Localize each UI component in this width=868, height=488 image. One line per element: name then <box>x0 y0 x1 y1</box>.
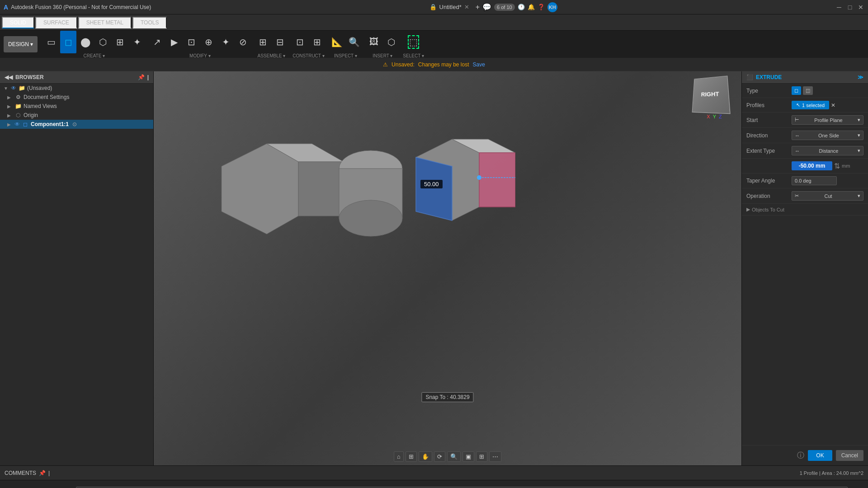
bell-icon[interactable]: 🔔 <box>528 4 535 10</box>
select-tool[interactable]: ⬚ <box>406 31 422 53</box>
maximize-button[interactable]: □ <box>846 4 854 11</box>
browser-header: ◀◀ BROWSER 📌 | <box>0 71 153 84</box>
browser-pin-icon[interactable]: 📌 <box>138 74 145 80</box>
viewcube-x-axis[interactable]: X <box>707 114 710 119</box>
more-insert-tool[interactable]: ⬡ <box>383 31 399 53</box>
tab-tools[interactable]: TOOLS <box>132 17 167 28</box>
timeline-first-button[interactable]: ⏮ <box>5 486 15 488</box>
profile-selected-badge[interactable]: ↖ 1 selected <box>792 101 829 109</box>
orbit-button[interactable]: ⟳ <box>434 451 445 462</box>
operation-row: Operation ✂ Cut ▾ <box>742 188 868 204</box>
viewcube-box[interactable]: RIGHT <box>692 75 731 114</box>
more-modify-tool[interactable]: ⊘ <box>235 31 251 53</box>
start-dropdown[interactable]: ⊢ Profile Plane ▾ <box>792 115 863 125</box>
more-create-tool[interactable]: ✦ <box>129 31 145 53</box>
loft-tool[interactable]: ⊞ <box>112 31 128 53</box>
chat-icon[interactable]: 💬 <box>482 3 491 11</box>
tab-surface[interactable]: SURFACE <box>35 17 77 28</box>
timeline-prev-button[interactable]: ◀ <box>18 486 27 488</box>
extent-dropdown[interactable]: ↔ Distance ▾ <box>792 146 863 155</box>
panel-expand-icon[interactable]: ≫ <box>858 74 863 80</box>
browser-origin[interactable]: ▶ ⬡ Origin <box>0 111 153 120</box>
combine-tool[interactable]: ✦ <box>217 31 234 53</box>
display-mode-button[interactable]: ▣ <box>462 451 474 462</box>
tab-sheet-metal[interactable]: SHEET METAL <box>78 17 132 28</box>
viewport[interactable]: 50.00 Snap To : 40.3829 RIGHT X Y Z ⌂ ⊞ … <box>154 71 741 465</box>
pan-button[interactable]: ✋ <box>419 451 432 462</box>
clock-icon[interactable]: 🕐 <box>518 4 525 10</box>
extent-type-value: ↔ Distance ▾ <box>792 146 863 155</box>
add-tab-icon[interactable]: + <box>476 3 480 11</box>
home-view-button[interactable]: ⌂ <box>394 451 404 462</box>
fillet-tool[interactable]: ▶ <box>166 31 182 53</box>
timeline-settings-button[interactable]: ⚙ <box>854 487 863 488</box>
measure-tool[interactable]: 📐 <box>329 31 345 53</box>
ok-button[interactable]: OK <box>808 450 832 461</box>
browser-root[interactable]: ▼ 👁 📁 (Unsaved) <box>0 84 153 93</box>
minimize-button[interactable]: ─ <box>835 4 843 11</box>
timeline-last-button[interactable]: ⏭ <box>59 486 70 488</box>
view-cube[interactable]: RIGHT X Y Z <box>692 76 737 121</box>
objects-to-cut-arrow: ▶ <box>746 206 750 212</box>
comments-pin-icon[interactable]: 📌 <box>39 470 46 476</box>
more-assemble-tool[interactable]: ⊟ <box>272 31 288 53</box>
svg-point-11 <box>477 175 481 180</box>
design-dropdown[interactable]: DESIGN ▾ <box>4 36 38 52</box>
component-label: Component1:1 <box>31 121 69 127</box>
tab-solid[interactable]: SOLID <box>2 17 34 28</box>
shell-tool[interactable]: ⊕ <box>200 31 217 53</box>
close-tab-icon[interactable]: ✕ <box>464 4 469 10</box>
timeline-play-button[interactable]: ▶ <box>30 486 39 488</box>
viewcube-y-axis[interactable]: Y <box>713 114 716 119</box>
browser-named-views[interactable]: ▶ 📁 Named Views <box>0 102 153 111</box>
profiles-label: Profiles <box>746 102 792 108</box>
named-views-label: Named Views <box>24 103 57 109</box>
grid-button[interactable]: ⊞ <box>476 451 487 462</box>
chamfer-tool[interactable]: ⊡ <box>183 31 199 53</box>
more-view-button[interactable]: ⋯ <box>489 451 501 462</box>
browser-doc-settings[interactable]: ▶ ⚙ Document Settings <box>0 93 153 102</box>
component-eye: 👁 <box>14 121 20 127</box>
start-row: Start ⊢ Profile Plane ▾ <box>742 113 868 128</box>
objects-to-cut-section[interactable]: ▶ Objects To Cut <box>742 204 868 216</box>
close-button[interactable]: ✕ <box>857 4 864 11</box>
timeline-next-button[interactable]: ▶▶ <box>42 486 56 488</box>
warning-subtext: Changes may be lost <box>418 61 469 68</box>
browser-component1[interactable]: ▶ 👁 ◻ Component1:1 ⊙ <box>0 120 153 129</box>
timeline-track[interactable] <box>76 487 848 488</box>
taper-value <box>792 176 863 185</box>
distance-stepper-icon[interactable]: ⇅ <box>834 162 840 170</box>
revolve-tool[interactable]: ⬤ <box>77 31 94 53</box>
type-btn-2[interactable]: ◫ <box>803 86 813 95</box>
insert-image-tool[interactable]: 🖼 <box>366 31 382 53</box>
viewcube-z-axis[interactable]: Z <box>719 114 722 119</box>
taper-input[interactable] <box>792 176 837 185</box>
distance-input[interactable] <box>792 161 832 170</box>
origin-arrow: ▶ <box>7 113 13 118</box>
new-component-tool[interactable]: ▭ <box>43 31 59 53</box>
profile-clear-button[interactable]: ✕ <box>831 102 835 108</box>
help-icon[interactable]: ❓ <box>538 4 545 10</box>
extent-type-label: Extent Type <box>746 148 792 154</box>
save-button[interactable]: Save <box>473 61 485 68</box>
direction-dropdown[interactable]: ↔ One Side ▾ <box>792 131 863 140</box>
offset-plane-tool[interactable]: ⊡ <box>292 31 308 53</box>
more-construct-tool[interactable]: ⊞ <box>309 31 325 53</box>
start-value: ⊢ Profile Plane ▾ <box>792 115 863 125</box>
fit-view-button[interactable]: ⊞ <box>406 451 417 462</box>
info-button[interactable]: ⓘ <box>797 450 804 461</box>
type-btn-1[interactable]: ◻ <box>792 86 801 95</box>
joint-tool[interactable]: ⊞ <box>255 31 271 53</box>
sweep-tool[interactable]: ⬡ <box>94 31 111 53</box>
browser-more-icon[interactable]: | <box>147 74 149 80</box>
zoom-button[interactable]: 🔍 <box>447 451 461 462</box>
cancel-button[interactable]: Cancel <box>836 450 863 461</box>
more-inspect-tool[interactable]: 🔍 <box>346 31 362 53</box>
svg-marker-9 <box>416 157 452 221</box>
user-avatar[interactable]: KH <box>547 2 557 12</box>
press-pull-tool[interactable]: ↗ <box>149 31 165 53</box>
doc-arrow: ▶ <box>7 95 13 100</box>
browser-collapse-icon[interactable]: ◀◀ <box>5 74 13 80</box>
extrude-tool[interactable]: ◻ <box>60 31 76 53</box>
operation-dropdown[interactable]: ✂ Cut ▾ <box>792 191 863 201</box>
